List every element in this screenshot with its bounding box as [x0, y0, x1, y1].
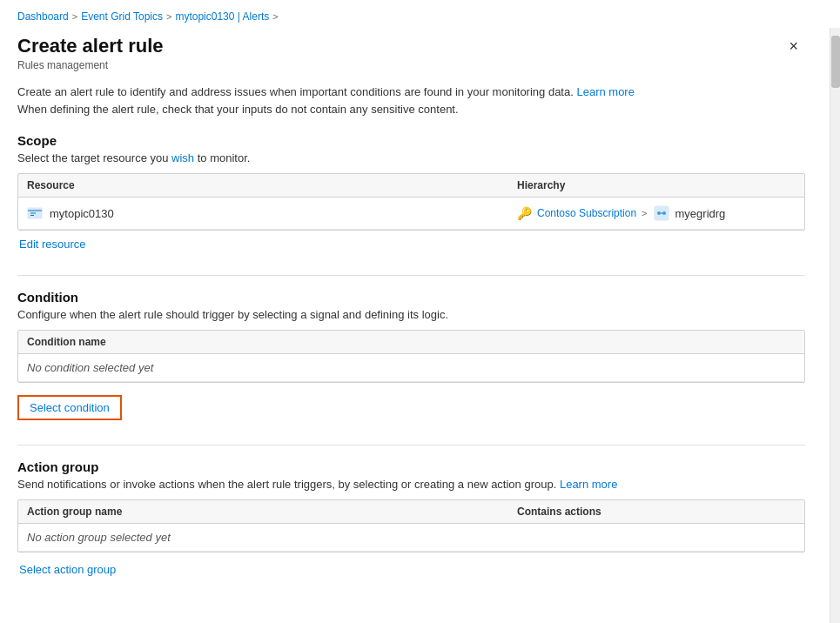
scope-desc-text: Select the target resource you — [17, 151, 171, 164]
condition-desc: Configure when the alert rule should tri… — [17, 308, 805, 321]
breadcrumb-event-grid[interactable]: Event Grid Topics — [81, 10, 163, 23]
main-content: Create alert rule Rules management × Cre… — [0, 28, 840, 623]
no-action-text: No action group selected yet — [27, 531, 171, 544]
scope-title: Scope — [17, 133, 805, 148]
breadcrumb: Dashboard > Event Grid Topics > mytopic0… — [0, 0, 840, 28]
scope-desc: Select the target resource you wish to m… — [17, 151, 805, 164]
divider-1 — [17, 275, 805, 276]
breadcrumb-dashboard[interactable]: Dashboard — [17, 10, 69, 23]
scrollbar-thumb[interactable] — [831, 36, 840, 88]
info-text-1: Create an alert rule to identify and add… — [17, 85, 574, 98]
page-wrapper: Dashboard > Event Grid Topics > mytopic0… — [0, 0, 840, 623]
select-condition-button[interactable]: Select condition — [17, 395, 122, 420]
action-col-contains: Contains actions — [517, 506, 796, 518]
content-area: Create alert rule Rules management × Cre… — [0, 28, 830, 623]
scope-wish-link[interactable]: wish — [171, 151, 194, 164]
page-subtitle: Rules management — [17, 59, 164, 71]
rg-name: myegridrg — [675, 207, 726, 220]
condition-col-name: Condition name — [27, 336, 796, 348]
action-table: Action group name Contains actions No ac… — [17, 499, 805, 553]
info-text-2: When defining the alert rule, check that… — [17, 103, 459, 116]
condition-section: Condition Configure when the alert rule … — [17, 290, 805, 420]
condition-table-header: Condition name — [18, 331, 804, 354]
breadcrumb-sep-3: > — [272, 11, 278, 22]
scrollbar-track[interactable] — [830, 28, 840, 623]
hierarchy-sep: > — [642, 208, 647, 218]
header-left: Create alert rule Rules management — [17, 35, 164, 71]
svg-point-5 — [657, 211, 661, 215]
scope-table-header: Resource Hierarchy — [18, 174, 804, 198]
condition-table: Condition name No condition selected yet — [17, 330, 805, 383]
key-icon: 🔑 — [517, 206, 532, 220]
breadcrumb-alerts[interactable]: mytopic0130 | Alerts — [175, 10, 269, 23]
action-group-section: Action group Send notifications or invok… — [17, 459, 805, 576]
page-header: Create alert rule Rules management × — [17, 31, 805, 71]
page-title: Create alert rule — [17, 35, 164, 57]
action-group-title: Action group — [17, 459, 805, 474]
resource-name: mytopic0130 — [50, 207, 114, 220]
close-button[interactable]: × — [782, 35, 805, 57]
action-learn-more-link[interactable]: Learn more — [560, 478, 617, 491]
scope-col-hierarchy: Hierarchy — [517, 179, 796, 191]
action-group-desc-text: Send notifications or invoke actions whe… — [17, 478, 556, 491]
select-action-group-link[interactable]: Select action group — [19, 563, 116, 576]
edit-resource-link[interactable]: Edit resource — [19, 238, 86, 251]
info-box: Create an alert rule to identify and add… — [17, 84, 805, 117]
scope-col-resource: Resource — [27, 179, 517, 191]
scope-table-row: mytopic0130 🔑 Contoso Subscription > — [18, 198, 804, 230]
condition-title: Condition — [17, 290, 805, 305]
no-condition-text: No condition selected yet — [27, 361, 153, 374]
action-data-row: No action group selected yet — [18, 524, 804, 552]
subscription-link[interactable]: Contoso Subscription — [537, 207, 636, 219]
scope-section: Scope Select the target resource you wis… — [17, 133, 805, 251]
resource-icon — [27, 205, 43, 221]
action-group-desc: Send notifications or invoke actions whe… — [17, 478, 805, 491]
learn-more-link-1[interactable]: Learn more — [576, 85, 634, 98]
action-table-header: Action group name Contains actions — [18, 500, 804, 524]
breadcrumb-sep-2: > — [166, 11, 171, 22]
hierarchy-cell: 🔑 Contoso Subscription > — [517, 204, 796, 222]
rg-icon — [653, 204, 670, 222]
resource-cell: mytopic0130 — [27, 205, 517, 221]
breadcrumb-sep-1: > — [72, 11, 77, 22]
divider-2 — [17, 445, 805, 445]
condition-data-row: No condition selected yet — [18, 354, 804, 382]
svg-point-6 — [662, 211, 666, 215]
action-col-name: Action group name — [27, 506, 517, 518]
scope-table: Resource Hierarchy — [17, 173, 805, 231]
scope-desc-end: to monitor. — [194, 151, 250, 164]
